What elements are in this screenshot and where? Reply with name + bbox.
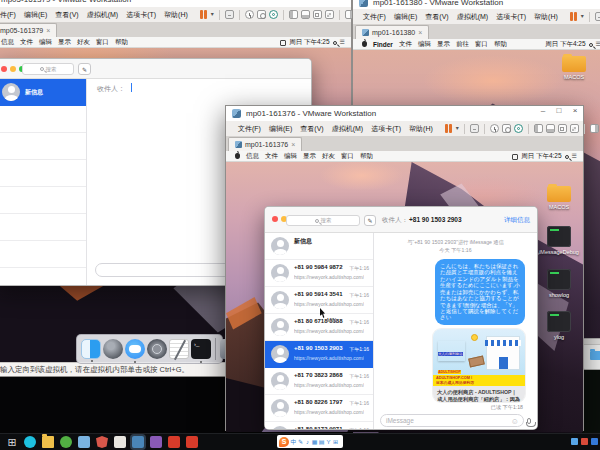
menu-item[interactable]: 帮助(H) — [530, 12, 562, 22]
mac-menu-item[interactable]: 信息 — [243, 152, 262, 161]
display-menu-icon[interactable] — [280, 40, 286, 46]
mac-menu-item[interactable]: 文件 — [396, 40, 415, 49]
mac-menu-item[interactable]: 信息 — [0, 38, 17, 47]
notification-center-icon[interactable]: ☰ — [340, 37, 345, 48]
vm-tab[interactable]: mp05-161379 — [0, 23, 57, 37]
mac-menu-item[interactable]: 帮助 — [357, 152, 376, 161]
send-ctrl-alt-del-icon[interactable] — [595, 12, 600, 21]
defender-tray-icon[interactable] — [571, 438, 578, 445]
menu-item[interactable]: 查看(V) — [296, 124, 327, 134]
suspend-button[interactable] — [570, 12, 578, 21]
close-traffic-light[interactable] — [272, 216, 278, 222]
vm-tab[interactable]: mp01-161380 — [355, 25, 429, 39]
mac-menu-item[interactable]: 帮助 — [491, 40, 510, 49]
vmware-workstation-icon[interactable] — [132, 436, 144, 448]
snapshot-clock-icon[interactable] — [245, 10, 254, 19]
message-input[interactable]: iMessage ☺ — [380, 414, 524, 427]
input-mode-icon[interactable]: 中 — [290, 436, 297, 448]
mac-menu-item[interactable]: 编辑 — [36, 38, 55, 47]
menu-item[interactable]: 编辑(E) — [390, 12, 421, 22]
to-field-value[interactable]: +81 90 1503 2903 — [409, 216, 462, 223]
mac-menu-item[interactable]: 显示 — [434, 40, 453, 49]
console-view-icon[interactable] — [590, 124, 599, 133]
conversation-row[interactable]: +81 80 6718 3188下午1:16https://newyork.ad… — [265, 314, 373, 341]
suspend-button[interactable] — [445, 124, 453, 133]
right-window-titlebar[interactable]: mp01-161380 - VMware Workstation — [353, 0, 600, 9]
menu-item[interactable]: 虚拟机(M) — [328, 124, 368, 134]
security-shield-icon[interactable] — [96, 436, 108, 448]
system-preferences-dock-icon[interactable] — [147, 339, 167, 359]
file-explorer-icon[interactable] — [42, 436, 54, 448]
manage-snapshots-icon[interactable] — [269, 10, 278, 19]
edge-icon[interactable] — [24, 436, 36, 448]
mac-menu-item[interactable]: 好友 — [319, 152, 338, 161]
emoji-icon[interactable]: ☺ — [511, 417, 519, 426]
conversation-row[interactable]: +81 80 5172 9071下午1:16 — [265, 422, 373, 430]
conversation-row[interactable]: +81 90 5984 9872下午1:16https://newyork.ad… — [265, 260, 373, 287]
menu-item[interactable]: 帮助(H) — [160, 10, 192, 20]
search-input[interactable]: 搜索 — [286, 215, 360, 226]
menu-item[interactable]: 查看(V) — [51, 10, 82, 20]
browser-360-icon[interactable] — [60, 436, 72, 448]
mac-menu-item[interactable]: 前往 — [453, 40, 472, 49]
terminal-dock-icon[interactable] — [191, 339, 211, 359]
skin-icon[interactable]: Y — [325, 436, 332, 448]
display-menu-icon[interactable] — [512, 154, 518, 160]
launchpad-dock-icon[interactable] — [103, 339, 123, 359]
mac-menu-item[interactable]: 好友 — [74, 38, 93, 47]
toolbox-icon[interactable]: ⊞ — [332, 436, 339, 448]
dictionary-icon[interactable]: ▤ — [318, 436, 325, 448]
spotlight-icon[interactable] — [589, 43, 593, 47]
spotlight-icon[interactable] — [333, 41, 337, 45]
menu-item[interactable]: 虚拟机(M) — [83, 10, 123, 20]
messages-dock-icon[interactable] — [125, 339, 145, 359]
voice-input-icon[interactable]: ♪ — [304, 436, 311, 448]
suspend-dropdown[interactable]: ▾ — [211, 10, 214, 19]
menu-item[interactable]: 帮助(H) — [405, 124, 437, 134]
take-snapshot-icon[interactable] — [257, 10, 266, 19]
mac-menu-item[interactable]: 窗口 — [338, 152, 357, 161]
show-library-icon[interactable] — [534, 124, 543, 133]
mac-menu-item[interactable]: 窗口 — [472, 40, 491, 49]
search-input[interactable]: 搜索 — [22, 63, 74, 75]
compose-button[interactable] — [364, 215, 376, 226]
unity-icon[interactable] — [570, 124, 579, 133]
notification-center-icon[interactable]: ☰ — [596, 39, 600, 50]
details-link[interactable]: 详细信息 — [504, 216, 530, 225]
link-preview-card[interactable]: 大人の便利商店 ADULTISHOP ADULTISHOP.COM！ 日本の成人… — [433, 329, 525, 402]
microphone-icon[interactable] — [527, 418, 531, 424]
desktop-icon-ylog[interactable]: ylog — [534, 311, 583, 340]
conversation-row[interactable]: +81 90 1503 2903下午1:16https://newyork.ad… — [265, 341, 373, 368]
mac-menu-item[interactable]: 显示 — [300, 152, 319, 161]
finder-dock-icon[interactable] — [81, 339, 101, 359]
left-window-titlebar[interactable]: mp05-161379 - VMware Workstation – □ × — [0, 0, 351, 7]
handwriting-icon[interactable]: ✎ — [297, 436, 304, 448]
send-ctrl-alt-del-icon[interactable] — [225, 10, 234, 19]
desktop-icon-macos[interactable]: MACOS — [549, 56, 599, 80]
menu-item[interactable]: 查看(V) — [421, 12, 452, 22]
apple-menu-icon[interactable] — [235, 153, 240, 159]
document-app-icon[interactable] — [78, 436, 90, 448]
menu-item[interactable]: 选项卡(T) — [367, 124, 405, 134]
conversation-row[interactable]: +81 90 5914 3541下午1:16https://newyork.ad… — [265, 287, 373, 314]
soft-keyboard-icon[interactable]: ▦ — [311, 436, 318, 448]
tab-close-icon[interactable] — [418, 29, 422, 36]
minimize-button[interactable]: – — [535, 106, 551, 121]
send-ctrl-alt-del-icon[interactable] — [470, 124, 479, 133]
show-library-icon[interactable] — [289, 10, 298, 19]
new-message-row[interactable]: 新信息 — [0, 79, 86, 106]
suspend-dropdown[interactable]: ▾ — [581, 12, 584, 21]
fullscreen-icon[interactable] — [558, 124, 567, 133]
show-thumbnail-bar-icon[interactable] — [301, 10, 310, 19]
vm-tab[interactable]: mp01-161376 — [228, 137, 302, 151]
manage-snapshots-icon[interactable] — [514, 124, 523, 133]
close-button[interactable]: × — [335, 0, 351, 7]
notes-app-icon[interactable] — [114, 436, 126, 448]
minimize-traffic-light[interactable] — [10, 66, 16, 72]
spotlight-icon[interactable] — [565, 155, 569, 159]
mac-menu-item[interactable]: 文件 — [262, 152, 281, 161]
menu-item[interactable]: 文件(F) — [359, 12, 390, 22]
maximize-button[interactable]: □ — [319, 0, 335, 7]
mac-menu-item[interactable]: 编辑 — [415, 40, 434, 49]
terminal-window-fragment[interactable] — [582, 370, 600, 433]
